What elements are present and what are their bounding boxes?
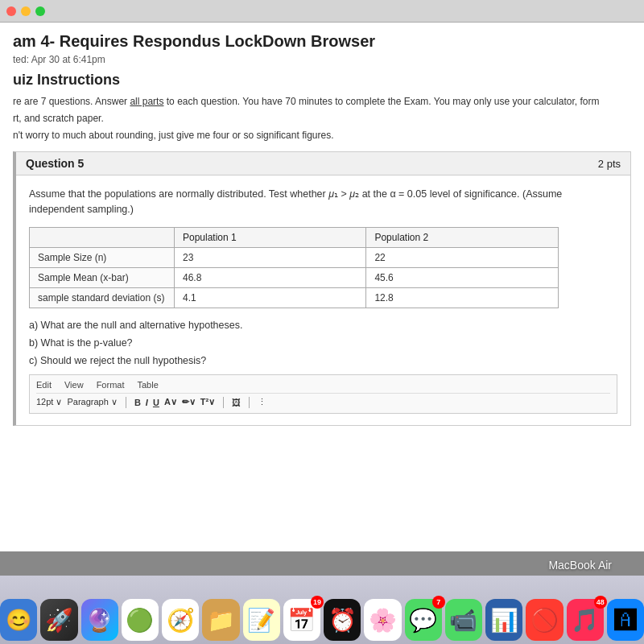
sub-question-a: a) What are the null and alternative hyp… — [29, 320, 617, 331]
dock-icon-messages[interactable]: 💬 7 — [405, 599, 442, 641]
editor-menu-view[interactable]: View — [64, 380, 84, 390]
insert-image-button[interactable]: 🖼 — [232, 398, 241, 407]
sub-question-b: b) What is the p-value? — [29, 337, 617, 349]
instructions-line2: rt, and scratch paper. — [13, 112, 631, 126]
table-cell-pop1-n: 23 — [175, 247, 366, 267]
close-button[interactable] — [6, 6, 16, 16]
dock-icon-siri[interactable]: 🔮 — [81, 599, 118, 641]
table-cell-pop1-mean: 46.8 — [175, 267, 366, 287]
question-hypothesis: μ₁ > μ₂ — [328, 188, 359, 200]
table-header-pop2: Population 2 — [366, 227, 558, 247]
table-cell-label: Sample Mean (x-bar) — [30, 267, 175, 287]
dock: 😊 🚀 🔮 🟢 🧭 📁 📝 📅 19 ⏰ 🌸 💬 7 📹 📊 🚫 🎵 — [0, 576, 644, 644]
dock-icon-clock[interactable]: ⏰ — [324, 599, 361, 641]
question-5-box: Question 5 2 pts Assume that the populat… — [13, 151, 631, 426]
italic-button[interactable]: I — [146, 398, 148, 407]
table-header-pop1: Population 1 — [175, 227, 366, 247]
question-body: Assume that the populations are normally… — [16, 175, 630, 425]
dock-icon-notes[interactable]: 📝 — [243, 599, 280, 641]
dock-icon-facetime[interactable]: 📹 — [445, 599, 482, 641]
highlight-button[interactable]: ✏∨ — [182, 397, 196, 407]
editor-menu-table[interactable]: Table — [137, 380, 158, 390]
instructions-line3: n't worry to much about rounding, just g… — [13, 129, 631, 142]
bold-button[interactable]: B — [134, 398, 141, 407]
table-cell-pop1-sd: 4.1 — [175, 287, 366, 308]
instructions-underline: all parts — [130, 96, 163, 107]
table-row: Sample Mean (x-bar) 46.8 45.6 — [30, 267, 559, 287]
table-cell-pop2-mean: 45.6 — [366, 267, 558, 287]
instructions-prefix: re are 7 questions. Answer — [13, 96, 130, 107]
toolbar-separator — [126, 397, 126, 408]
browser-bar — [0, 0, 644, 23]
superscript-button[interactable]: T²∨ — [200, 397, 215, 407]
dock-icon-folder[interactable]: 📁 — [202, 599, 239, 641]
dock-icon-chrome[interactable]: 🟢 — [122, 599, 159, 641]
editor-toolbar: 12pt ∨ Paragraph ∨ B I U A∨ ✏∨ T²∨ 🖼 ⋮ — [36, 393, 610, 408]
dock-icon-music[interactable]: 🎵 48 — [567, 599, 604, 641]
dock-icon-safari[interactable]: 🧭 — [162, 599, 199, 641]
toolbar-separator-3 — [249, 397, 250, 408]
quiz-instructions-title: uiz Instructions — [13, 72, 631, 89]
table-row: Sample Size (n) 23 22 — [30, 247, 559, 267]
toolbar-separator-2 — [223, 397, 224, 408]
table-cell-label: Sample Size (n) — [30, 247, 175, 267]
data-table: Population 1 Population 2 Sample Size (n… — [29, 227, 559, 308]
dock-icon-photos[interactable]: 🌸 — [364, 599, 401, 641]
dock-icon-dnd[interactable]: 🚫 — [526, 599, 563, 641]
question-body-prefix: Assume that the populations are normally… — [29, 188, 328, 200]
minimize-button[interactable] — [21, 6, 31, 16]
font-size-selector[interactable]: 12pt ∨ — [36, 397, 62, 407]
more-options-button[interactable]: ⋮ — [258, 397, 266, 407]
table-header-empty — [30, 227, 175, 247]
editor-menu-format[interactable]: Format — [97, 380, 125, 390]
question-text: Assume that the populations are normally… — [29, 187, 617, 217]
dock-icon-appstore[interactable]: 🅰 — [607, 599, 644, 641]
question-points: 2 pts — [598, 158, 621, 170]
table-row: sample standard deviation (s) 4.1 12.8 — [30, 287, 559, 308]
editor-menu-bar: Edit View Format Table — [36, 380, 610, 390]
dock-icon-launchpad[interactable]: 🚀 — [40, 599, 77, 641]
desktop-strip — [0, 551, 644, 576]
dock-icon-calendar[interactable]: 📅 19 — [283, 599, 320, 641]
text-editor[interactable]: Edit View Format Table 12pt ∨ Paragraph … — [29, 374, 617, 414]
paragraph-selector[interactable]: Paragraph ∨ — [67, 397, 117, 407]
font-color-button[interactable]: A∨ — [164, 397, 177, 407]
table-cell-pop2-sd: 12.8 — [366, 287, 558, 308]
exam-title: am 4- Requires Respondus LockDown Browse… — [13, 32, 631, 51]
dock-icon-finder[interactable]: 😊 — [0, 599, 37, 641]
question-header: Question 5 2 pts — [16, 152, 630, 175]
instructions-suffix: to each question. You have 70 minutes to… — [163, 96, 599, 107]
calendar-badge: 19 — [311, 596, 324, 609]
messages-badge: 7 — [432, 596, 445, 609]
instructions-line1: re are 7 questions. Answer all parts to … — [13, 95, 631, 109]
macbook-label: MacBook Air — [548, 559, 612, 572]
exam-date: ted: Apr 30 at 6:41pm — [13, 54, 631, 65]
sub-question-c: c) Should we reject the null hypothesis? — [29, 355, 617, 366]
dock-icon-charts[interactable]: 📊 — [485, 599, 522, 641]
editor-menu-edit[interactable]: Edit — [36, 380, 52, 390]
fullscreen-button[interactable] — [35, 6, 45, 16]
underline-button[interactable]: U — [153, 398, 159, 407]
music-badge: 48 — [594, 596, 607, 609]
table-cell-label: sample standard deviation (s) — [30, 287, 175, 308]
table-cell-pop2-n: 22 — [366, 247, 558, 267]
question-title: Question 5 — [26, 157, 84, 170]
